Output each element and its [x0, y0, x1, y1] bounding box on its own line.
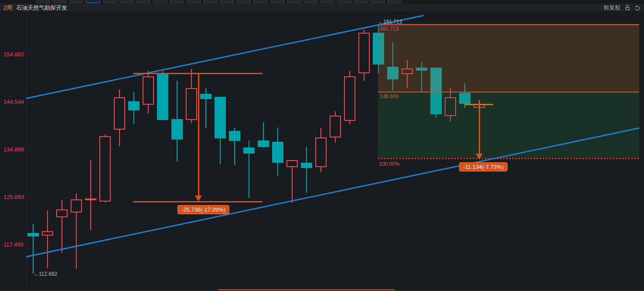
y-axis-tick-label: 117.490	[3, 241, 26, 248]
candle[interactable]	[344, 76, 355, 121]
toolbar-tab[interactable]	[203, 0, 218, 3]
candle[interactable]	[200, 94, 211, 99]
position-tool-mid-line[interactable]	[378, 92, 639, 92]
lock-open-icon[interactable]	[624, 5, 630, 11]
gridline	[26, 197, 644, 198]
timeframe-label[interactable]: 2周	[3, 4, 12, 12]
candle[interactable]	[215, 97, 226, 138]
position-tool-top-line[interactable]	[378, 24, 639, 25]
price-axis-line	[26, 12, 27, 291]
candle[interactable]	[114, 97, 125, 130]
toolbar-tab[interactable]	[36, 0, 50, 3]
candle[interactable]	[27, 233, 39, 236]
candle[interactable]	[330, 116, 341, 137]
toolbar-tab[interactable]	[320, 0, 335, 3]
candle-wick[interactable]	[306, 147, 307, 193]
chart-app: 154.882144.544134.896125.893117.490 ←161…	[0, 0, 644, 291]
undo-icon[interactable]	[634, 5, 641, 11]
candle-wick[interactable]	[33, 224, 34, 274]
toolbar-tab[interactable]	[103, 0, 117, 3]
candle-wick[interactable]	[61, 200, 62, 253]
candle[interactable]	[243, 147, 255, 154]
candle-wick[interactable]	[90, 160, 91, 230]
candle[interactable]	[315, 137, 327, 167]
trendline[interactable]	[26, 127, 640, 257]
measure2-arrowhead-icon	[476, 154, 483, 160]
candle[interactable]	[272, 142, 283, 163]
candle[interactable]	[358, 33, 370, 73]
toolbar-tab[interactable]	[119, 0, 134, 3]
candle[interactable]	[128, 101, 140, 110]
measure1-value-label[interactable]: -25.736(-17.09%)	[177, 205, 229, 214]
top-tab-strip[interactable]	[0, 0, 644, 3]
candle[interactable]	[56, 209, 68, 217]
symbol-title[interactable]: 石油天然气勘探开发	[16, 4, 67, 12]
toolbar-tab[interactable]	[354, 0, 368, 3]
toolbar-tab[interactable]	[69, 0, 84, 3]
candle[interactable]	[85, 199, 96, 200]
toolbar-tab[interactable]	[187, 0, 201, 3]
high-price-marker: ←161.713	[378, 19, 402, 25]
y-axis-tick-label: 144.544	[3, 99, 26, 105]
y-axis-tick-label: 154.882	[3, 51, 26, 58]
candlestick-chart[interactable]: 154.882144.544134.896125.893117.490 ←161…	[0, 0, 644, 291]
toolbar-tab[interactable]	[153, 0, 167, 3]
measure1-vertical-line[interactable]	[198, 73, 199, 196]
toolbar-tab[interactable]	[387, 0, 402, 3]
candle[interactable]	[157, 74, 168, 120]
position-tool-upper-region[interactable]	[378, 25, 639, 92]
toolbar-tab[interactable]	[237, 0, 251, 3]
candle-wick[interactable]	[47, 210, 48, 268]
measure2-vertical-line[interactable]	[479, 100, 480, 154]
position-percent-label: 100.00%	[379, 161, 399, 167]
candle[interactable]	[99, 136, 111, 202]
toolbar-tab[interactable]	[287, 0, 301, 3]
header-right: 前复权	[603, 4, 644, 12]
candle[interactable]	[301, 163, 312, 168]
toolbar-tab[interactable]	[253, 0, 268, 3]
y-axis-tick-label: 125.893	[3, 194, 26, 200]
y-axis-tick-label: 134.896	[3, 146, 26, 153]
low-price-marker: ←112.682	[34, 271, 58, 277]
toolbar-tab[interactable]	[303, 0, 318, 3]
adjust-mode-label[interactable]: 前复权	[603, 4, 620, 12]
candle[interactable]	[71, 199, 82, 212]
candle[interactable]	[42, 231, 53, 236]
position-top-price-label: 161.713	[380, 26, 399, 32]
toolbar-tab[interactable]	[52, 0, 67, 3]
header-left: 2周 石油天然气勘探开发	[0, 4, 67, 12]
candle[interactable]	[143, 76, 154, 105]
position-tool-stop-line[interactable]	[378, 158, 639, 159]
candle[interactable]	[186, 88, 197, 120]
candle[interactable]	[258, 140, 269, 147]
chart-header-bar: 2周 石油天然气勘探开发 前复权	[0, 3, 644, 12]
position-tool-lower-region[interactable]	[378, 92, 639, 158]
candle[interactable]	[229, 131, 240, 141]
toolbar-tab[interactable]	[337, 0, 351, 3]
toolbar-tab[interactable]	[136, 0, 150, 3]
measure1-arrowhead-icon	[195, 195, 202, 202]
candle[interactable]	[286, 160, 298, 167]
toolbar-tab[interactable]	[270, 0, 285, 3]
toolbar-tab[interactable]	[170, 0, 184, 3]
position-mid-price-label: 146.600	[380, 93, 399, 99]
gridline	[26, 245, 644, 245]
candle[interactable]	[171, 119, 183, 140]
toolbar-tab[interactable]	[220, 0, 234, 3]
measure2-value-label[interactable]: -11.134(-7.73%)	[459, 162, 508, 171]
toolbar-tab[interactable]	[371, 0, 385, 3]
toolbar-tab-active[interactable]	[86, 0, 100, 3]
